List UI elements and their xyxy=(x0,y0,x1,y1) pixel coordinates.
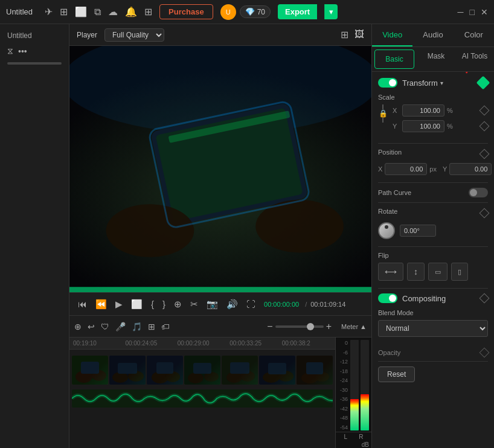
svg-rect-33 xyxy=(297,356,333,385)
image-icon[interactable]: 🖼 xyxy=(354,29,364,40)
scale-x-keyframe[interactable] xyxy=(480,106,490,116)
flip-v-button[interactable]: ↕ xyxy=(407,263,425,281)
db-12: -12 xyxy=(338,359,348,365)
export-dropdown-button[interactable]: ▾ xyxy=(324,4,338,19)
flip-4-button[interactable]: ▯ xyxy=(451,263,468,281)
zoom-thumb[interactable] xyxy=(307,323,314,330)
zoom-track[interactable] xyxy=(275,325,324,328)
send-icon[interactable]: ✈ xyxy=(45,6,53,18)
thumb-7 xyxy=(297,356,333,385)
flip-3-button[interactable]: ▭ xyxy=(428,263,447,281)
step-back-button[interactable]: ⏪ xyxy=(93,298,109,311)
add-track-icon[interactable]: ⊕ xyxy=(74,322,82,331)
media-add-icon[interactable]: ⊞ xyxy=(148,322,155,331)
svg-point-23 xyxy=(204,372,219,382)
apps-icon[interactable]: ⊞ xyxy=(144,6,152,18)
blend-mode-select[interactable]: Normal Multiply Screen Overlay xyxy=(378,320,488,337)
zoom-plus-button[interactable]: + xyxy=(326,321,332,332)
tab-video[interactable]: Video xyxy=(372,24,412,46)
minimize-button[interactable]: ─ xyxy=(458,7,464,17)
volume-icon[interactable]: 🔊 xyxy=(224,298,240,311)
sep-4 xyxy=(378,246,488,247)
rotate-dial[interactable] xyxy=(378,222,395,239)
svg-point-30 xyxy=(263,372,280,383)
split-icon[interactable]: ✂ xyxy=(188,298,200,311)
flip-h-button[interactable]: ⟷ xyxy=(378,263,403,281)
compositing-keyframe[interactable] xyxy=(480,293,490,304)
grid-icon[interactable]: ⊞ xyxy=(341,29,348,40)
close-button[interactable]: ✕ xyxy=(481,7,488,17)
crop-icon[interactable]: ⊕ xyxy=(172,298,184,311)
scale-x-input[interactable] xyxy=(402,104,444,117)
ruler-mark-4: 00:00:38:2 xyxy=(281,340,333,347)
tab-audio[interactable]: Audio xyxy=(412,24,453,46)
reset-button[interactable]: Reset xyxy=(378,366,415,382)
lock-icon[interactable]: 🔒 xyxy=(379,109,388,118)
compositing-toggle[interactable] xyxy=(378,293,397,303)
subtab-aitools[interactable]: AI Tools xyxy=(455,47,494,71)
pos-x-input[interactable] xyxy=(385,163,427,175)
add-keyframe-button[interactable] xyxy=(476,76,490,90)
rotate-input[interactable] xyxy=(400,225,436,237)
maximize-button[interactable]: □ xyxy=(470,7,475,17)
svg-rect-32 xyxy=(268,363,286,374)
transform-caret[interactable]: ▾ xyxy=(440,80,443,86)
quality-select[interactable]: Full Quality xyxy=(104,28,164,42)
subtab-mask[interactable]: Mask xyxy=(417,47,455,71)
sidebar-label: Untitled xyxy=(0,29,69,42)
rotate-keyframe[interactable] xyxy=(480,208,490,219)
ruler-mark-3: 00:00:33:25 xyxy=(228,340,280,347)
scale-y-input[interactable] xyxy=(402,120,444,132)
cloud-icon[interactable]: ☁ xyxy=(108,6,118,18)
bell-icon[interactable]: 🔔 xyxy=(125,6,137,18)
db-0: 0 xyxy=(338,340,348,346)
purchase-button[interactable]: Purchase xyxy=(159,4,213,19)
svg-rect-16 xyxy=(118,363,137,374)
monitor-icon[interactable]: ⬜ xyxy=(75,6,87,18)
panel-main-tabs: Video Audio Color xyxy=(372,24,494,47)
export-button[interactable]: Export xyxy=(278,4,317,19)
tab-color[interactable]: Color xyxy=(454,24,494,46)
music-icon[interactable]: 🎵 xyxy=(132,322,142,331)
bracket-open[interactable]: { xyxy=(149,298,156,310)
svg-rect-28 xyxy=(230,362,249,374)
position-keyframe[interactable] xyxy=(480,149,490,159)
pos-y-label: Y xyxy=(443,165,447,173)
thumb-5 xyxy=(222,356,258,385)
meter-panel: 0 -6 -12 -18 -24 -30 -36 -42 -48 -54 xyxy=(335,338,371,448)
lock-line-bottom xyxy=(382,118,383,123)
zoom-minus-button[interactable]: − xyxy=(267,321,272,332)
sticker-icon[interactable]: 🏷 xyxy=(161,322,170,331)
scale-y-keyframe[interactable] xyxy=(480,121,490,132)
path-curve-toggle[interactable] xyxy=(469,188,488,197)
media-icon[interactable]: ⊞ xyxy=(60,6,68,18)
fullscreen-icon[interactable]: ⛶ xyxy=(244,298,258,310)
center-area: Player Full Quality ⊞ 🖼 xyxy=(69,24,371,448)
svg-point-26 xyxy=(226,372,242,383)
bracket-close[interactable]: } xyxy=(160,298,168,310)
mic-icon[interactable]: 🎤 xyxy=(115,322,126,331)
skip-back-button[interactable]: ⏮ xyxy=(75,298,89,310)
shield-icon[interactable]: 🛡 xyxy=(101,322,109,331)
subtab-basic[interactable]: Basic xyxy=(374,50,414,69)
more-icon[interactable]: ••• xyxy=(18,46,27,56)
flip-section: Flip ⟷ ↕ ▭ ▯ xyxy=(378,252,488,281)
transform-toggle[interactable] xyxy=(378,78,397,88)
filter-icon[interactable]: ⧖ xyxy=(7,46,13,56)
db-6: -6 xyxy=(338,350,348,356)
screenshot-icon[interactable]: 📷 xyxy=(204,298,220,311)
compositing-toggle-knob xyxy=(389,295,396,302)
meter-db-label: dB xyxy=(336,441,371,448)
thumb-6 xyxy=(259,356,295,385)
sidebar-tools: ⧖ ••• xyxy=(0,42,69,60)
stop-button[interactable]: ⬜ xyxy=(129,298,145,311)
pos-y-input[interactable] xyxy=(449,163,492,175)
play-button[interactable]: ▶ xyxy=(113,298,125,311)
undo-icon[interactable]: ↩ xyxy=(88,322,95,331)
layers-icon[interactable]: ⧉ xyxy=(94,7,101,18)
scale-x-row: X % xyxy=(393,104,488,117)
ruler-mark-1: 00:00:24:05 xyxy=(124,340,176,347)
opacity-keyframe[interactable] xyxy=(480,348,490,358)
avatar[interactable]: U xyxy=(220,4,236,20)
lock-line-top xyxy=(382,104,383,109)
